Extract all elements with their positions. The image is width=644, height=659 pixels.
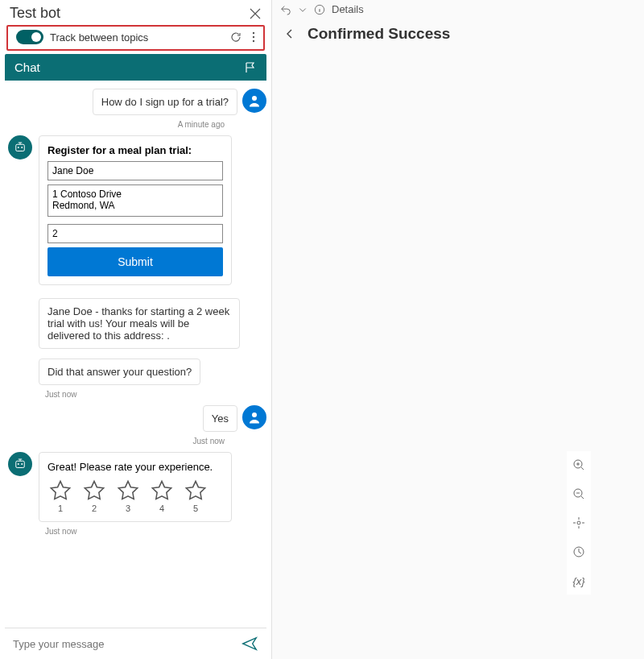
rating-card: Great! Please rate your experience. 1 2 … [39, 452, 232, 522]
chat-header-label: Chat [14, 60, 40, 74]
reset-icon[interactable] [570, 543, 588, 561]
bot-message-bubble: Jane Doe - thanks for starting a 2 week … [39, 298, 240, 349]
bot-message-row: Jane Doe - thanks for starting a 2 week … [5, 298, 266, 349]
stars-row: 1 2 3 4 5 [47, 479, 223, 513]
track-toggle[interactable] [16, 30, 43, 44]
svg-point-6 [21, 147, 23, 148]
chat-input-row [5, 628, 266, 659]
svg-point-24 [577, 521, 580, 524]
svg-point-9 [18, 463, 19, 465]
timestamp: Just now [5, 437, 260, 446]
bot-message-bubble: Did that answer your question? [39, 359, 200, 385]
chat-body: How do I sign up for a trial? A minute a… [0, 81, 271, 628]
page-title: Confirmed Success [308, 25, 450, 43]
name-input[interactable] [47, 161, 223, 180]
zoom-out-icon[interactable] [570, 485, 588, 503]
svg-point-2 [253, 40, 254, 42]
canvas-header: Confirmed Success [272, 19, 644, 49]
timestamp: Just now [5, 390, 260, 399]
chat-header: Chat [5, 54, 266, 81]
svg-rect-8 [16, 461, 25, 467]
form-title: Register for a meal plan trial: [47, 144, 223, 156]
rating-prompt: Great! Please rate your experience. [47, 461, 223, 473]
zoom-in-icon[interactable] [570, 456, 588, 474]
center-icon[interactable] [570, 514, 588, 532]
test-bot-header: Test bot [0, 0, 271, 25]
register-form-card: Register for a meal plan trial: 1 Contos… [39, 135, 232, 285]
chat-input[interactable] [13, 638, 241, 650]
timestamp: Just now [5, 527, 260, 536]
submit-button[interactable]: Submit [47, 247, 223, 276]
user-message-bubble: Yes [203, 405, 237, 432]
send-icon[interactable] [241, 635, 258, 653]
close-icon[interactable] [249, 7, 262, 20]
svg-point-1 [253, 36, 254, 38]
qty-input[interactable] [47, 224, 223, 243]
bot-message-row: Did that answer your question? [5, 359, 266, 385]
user-message-row: Yes [5, 405, 266, 432]
svg-rect-4 [16, 144, 25, 151]
more-icon[interactable] [252, 31, 255, 44]
user-message-bubble: How do I sign up for a trial? [93, 89, 237, 115]
svg-point-0 [253, 32, 254, 34]
details-label[interactable]: Details [332, 3, 364, 15]
info-icon [314, 4, 325, 15]
svg-point-3 [252, 96, 257, 101]
zoom-rail: {x} [567, 451, 591, 595]
undo-icon[interactable] [280, 4, 291, 15]
star-2[interactable]: 2 [83, 479, 105, 513]
canvas-toolbar: Details [272, 0, 644, 19]
address-input[interactable]: 1 Contoso Drive Redmond, WA [47, 184, 223, 217]
bot-message-row: Great! Please rate your experience. 1 2 … [5, 452, 266, 522]
svg-point-5 [18, 147, 19, 148]
track-toggle-label: Track between topics [50, 31, 148, 44]
authoring-canvas-panel: Details Confirmed Success Trigger Phrase… [272, 0, 644, 659]
svg-point-10 [21, 463, 23, 465]
chevron-down-icon[interactable] [298, 5, 308, 15]
timestamp: A minute ago [5, 120, 260, 129]
star-1[interactable]: 1 [49, 479, 72, 513]
track-toggle-row: Track between topics [16, 30, 148, 44]
back-icon[interactable] [283, 27, 296, 40]
user-avatar-icon [242, 405, 266, 429]
bot-message-row: Register for a meal plan trial: 1 Contos… [5, 135, 266, 285]
track-controls-highlight: Track between topics [6, 25, 265, 51]
user-message-row: How do I sign up for a trial? [5, 89, 266, 115]
user-avatar-icon [242, 89, 266, 113]
flag-icon[interactable] [244, 61, 257, 74]
star-3[interactable]: 3 [117, 479, 139, 513]
test-bot-panel: Test bot Track between topics Chat How d… [0, 0, 272, 659]
bot-avatar-icon [8, 135, 32, 160]
bot-avatar-icon [8, 452, 32, 476]
svg-point-7 [252, 412, 257, 417]
variable-icon[interactable]: {x} [570, 572, 588, 590]
refresh-icon[interactable] [229, 31, 242, 44]
test-bot-title: Test bot [10, 5, 60, 22]
star-5[interactable]: 5 [184, 479, 207, 513]
star-4[interactable]: 4 [151, 479, 173, 513]
test-bot-actions [229, 31, 255, 44]
